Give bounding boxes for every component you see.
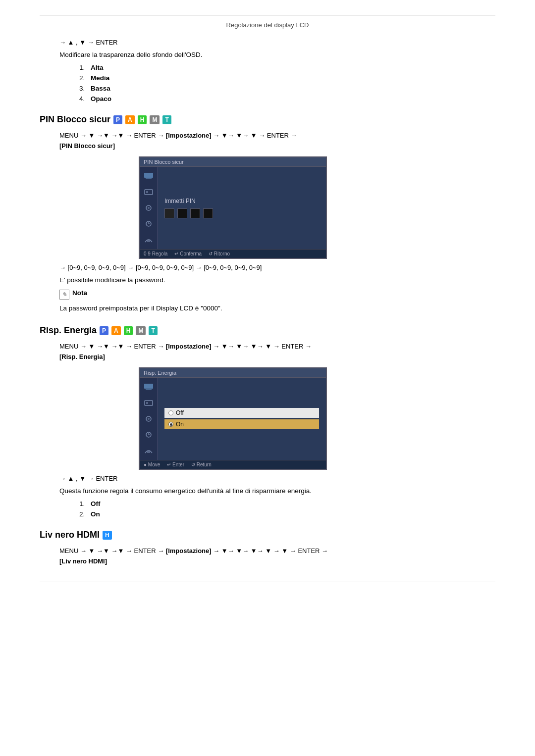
- svg-rect-3: [146, 191, 148, 193]
- energy-sidebar-icon-1: [143, 383, 154, 392]
- svg-rect-10: [145, 401, 153, 405]
- energy-badge-m: M: [136, 326, 146, 335]
- item-bassa: Bassa: [91, 85, 110, 92]
- energy-badge-p: P: [100, 326, 108, 335]
- pin-screen: PIN Blocco sicur: [139, 156, 327, 259]
- energy-screen-title: Risp. Energia: [140, 368, 326, 378]
- note-box: ✎ Nota: [59, 289, 476, 300]
- item-num: 4.: [79, 95, 85, 102]
- pin-menu-path: MENU → ▼ →▼ →▼ → ENTER → [Impostazione] …: [59, 131, 495, 151]
- pin-menu-path-line2: [PIN Blocco sicur]: [59, 142, 115, 150]
- osd-list: 1. Alta 2. Media 3. Bassa 4. Opaco: [40, 64, 495, 102]
- item-num: 3.: [79, 85, 85, 92]
- list-item: 4. Opaco: [79, 95, 495, 102]
- pin-change-text: E' possibile modificare la password.: [59, 275, 476, 285]
- pin-section: PIN Blocco sicur P A H M T MENU → ▼ →▼ →…: [40, 114, 495, 313]
- pin-box-2: [177, 208, 187, 218]
- item-num: 2.: [79, 74, 85, 82]
- pin-menu-path-line1: MENU → ▼ →▼ →▼ → ENTER → [Impostazione] …: [59, 132, 297, 139]
- svg-rect-11: [146, 402, 148, 404]
- energy-footer-3: ↺ Return: [191, 462, 212, 467]
- energy-screen-body: Off On: [140, 378, 326, 460]
- svg-point-5: [148, 207, 150, 209]
- sidebar-icon-3: [143, 203, 154, 212]
- energy-off-label: Off: [176, 409, 184, 416]
- energy-screen: Risp. Energia: [139, 367, 327, 470]
- sidebar-icon-4: [143, 219, 154, 228]
- energy-footer-1: ● Move: [144, 462, 160, 467]
- item-alta: Alta: [91, 64, 104, 71]
- energy-screen-container: Risp. Energia: [139, 367, 327, 470]
- pin-screen-footer: 0 9 Regola ↵ Conferma ↺ Ritorno: [140, 249, 326, 258]
- badge-a: A: [125, 115, 135, 124]
- energy-sidebar-icon-4: [143, 430, 154, 439]
- svg-rect-8: [144, 384, 153, 389]
- badge-h: H: [138, 115, 147, 124]
- hdmi-menu-path: MENU → ▼ →▼ →▼ → ENTER → [Impostazione] …: [59, 546, 495, 567]
- energy-item-off: Off: [91, 500, 101, 507]
- pin-sidebar: [140, 167, 158, 249]
- pin-box-1: [164, 208, 174, 218]
- intro-text: Modificare la trasparenza dello sfondo d…: [59, 50, 476, 60]
- pin-screen-content: Immetti PIN: [158, 167, 326, 249]
- energy-option-on: On: [164, 419, 319, 429]
- energy-sidebar-icon-2: [143, 399, 154, 407]
- pin-path-text: → [0~9, 0~9, 0~9, 0~9] → [0~9, 0~9, 0~9,…: [59, 264, 495, 271]
- badge-p: P: [113, 115, 122, 124]
- energy-heading: Risp. Energia P A H M T: [40, 325, 495, 336]
- energy-list-item-2: 2. On: [79, 510, 495, 518]
- energy-screen-content: Off On: [158, 378, 326, 460]
- arrow-enter-top: → ▲ , ▼ → ENTER: [59, 39, 495, 46]
- footer-item-3: ↺ Ritorno: [209, 251, 230, 256]
- page: Regolazione del display LCD → ▲ , ▼ → EN…: [0, 0, 535, 756]
- hdmi-menu-path-line1: MENU → ▼ →▼ →▼ → ENTER → [Impostazione] …: [59, 547, 328, 554]
- list-item: 2. Media: [79, 74, 495, 82]
- energy-badge-a: A: [111, 326, 121, 335]
- item-media: Media: [91, 74, 109, 82]
- energy-section: Risp. Energia P A H M T MENU → ▼ →▼ →▼ →…: [40, 325, 495, 518]
- energy-item-on: On: [91, 510, 100, 518]
- energy-sidebar-icon-3: [143, 414, 154, 423]
- item-num: 1.: [79, 64, 85, 71]
- page-title: Regolazione del display LCD: [226, 21, 309, 29]
- page-header: Regolazione del display LCD: [40, 15, 495, 29]
- energy-option-off: Off: [164, 408, 319, 418]
- svg-point-13: [148, 418, 150, 420]
- badge-m: M: [150, 115, 160, 124]
- hdmi-menu-path-line2: [Liv nero HDMI]: [59, 557, 107, 565]
- svg-rect-1: [146, 178, 152, 179]
- sidebar-icon-5: [143, 235, 154, 244]
- energy-footer-2: ↵ Enter: [167, 462, 184, 467]
- energy-menu-path: MENU → ▼ →▼ →▼ → ENTER → [Impostazione] …: [59, 342, 495, 362]
- energy-menu-path-line1: MENU → ▼ →▼ →▼ → ENTER → [Impostazione] …: [59, 343, 312, 350]
- energy-badge-h: H: [124, 326, 133, 335]
- energy-on-label: On: [176, 421, 184, 428]
- energy-badge-t: T: [149, 326, 157, 335]
- note-icon: ✎: [59, 290, 69, 300]
- note-label: Nota: [72, 289, 87, 297]
- hdmi-section: Liv nero HDMI H MENU → ▼ →▼ →▼ → ENTER →…: [40, 530, 495, 567]
- pin-box-3: [190, 208, 200, 218]
- energy-item-num-2: 2.: [79, 510, 85, 518]
- energy-heading-text: Risp. Energia: [40, 325, 97, 336]
- energy-desc: Questa funzione regola il consumo energe…: [59, 486, 476, 496]
- svg-rect-9: [146, 389, 152, 390]
- energy-list-item-1: 1. Off: [79, 500, 495, 507]
- footer-item-2: ↵ Conferma: [174, 251, 202, 256]
- energy-sidebar: [140, 378, 158, 460]
- pin-screen-body: Immetti PIN: [140, 167, 326, 249]
- svg-rect-7: [147, 240, 150, 242]
- energy-menu-path-line2: [Risp. Energia]: [59, 353, 105, 360]
- bottom-rule: [40, 582, 495, 582]
- pin-heading-text: PIN Blocco sicur: [40, 114, 110, 125]
- pin-screen-label: Immetti PIN: [164, 198, 319, 204]
- hdmi-heading: Liv nero HDMI H: [40, 530, 495, 540]
- energy-sidebar-icon-5: [143, 446, 154, 455]
- sidebar-icon-1: [143, 172, 154, 181]
- hdmi-badge: H: [103, 531, 112, 540]
- energy-item-num-1: 1.: [79, 500, 85, 507]
- energy-arrow-text: → ▲ , ▼ → ENTER: [59, 475, 495, 482]
- pin-heading: PIN Blocco sicur P A H M T: [40, 114, 495, 125]
- pin-password-note: La password preimpostata per il Display …: [59, 303, 476, 313]
- list-item: 3. Bassa: [79, 85, 495, 92]
